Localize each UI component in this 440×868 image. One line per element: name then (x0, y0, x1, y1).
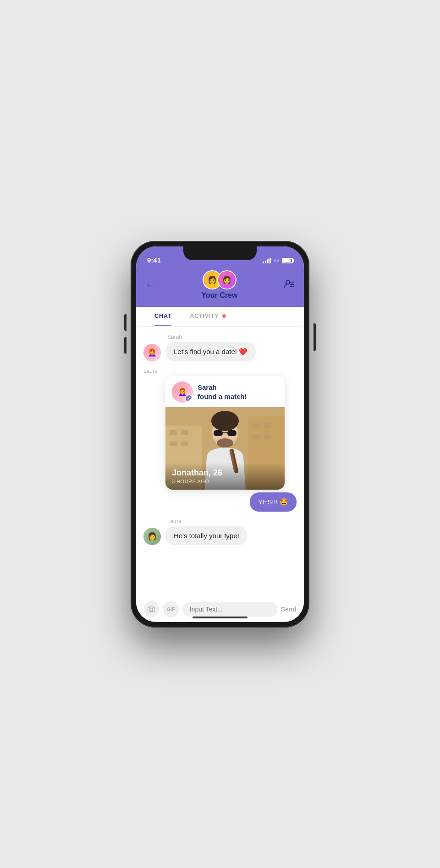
match-card[interactable]: 👩‍🦰 ✓ Sarahfound a match! (165, 376, 285, 490)
status-icons: ▿▿ (263, 257, 293, 264)
vol-down-button[interactable] (124, 337, 126, 354)
power-button[interactable] (314, 323, 316, 351)
match-card-avatar: 👩‍🦰 ✓ (172, 382, 193, 403)
svg-point-20 (217, 438, 233, 448)
match-card-header: 👩‍🦰 ✓ Sarahfound a match! (165, 376, 285, 407)
gif-button[interactable]: GIF (163, 601, 178, 617)
tab-activity[interactable]: ACTIVITY (190, 307, 226, 326)
camera-button[interactable] (143, 601, 159, 617)
chat-header: ← 👩 👩 Your Crew (136, 267, 304, 307)
avatar-sarah: 👩‍🦰 (143, 344, 161, 361)
svg-rect-17 (214, 430, 223, 436)
message-row-laura: 👩 He's totally your type! (143, 526, 297, 545)
home-indicator (192, 617, 248, 618)
svg-point-23 (150, 608, 153, 611)
sender-label-laura-1: Laura (143, 368, 297, 374)
back-button[interactable]: ← (145, 279, 155, 291)
svg-rect-13 (253, 435, 259, 439)
match-badge: ✓ (185, 394, 193, 403)
svg-rect-12 (264, 423, 271, 428)
svg-rect-8 (182, 430, 188, 435)
phone-screen: 9:41 ▿▿ ← (136, 246, 304, 622)
message-row-sent: YES!!! 🤩 (143, 492, 297, 512)
message-input[interactable] (182, 602, 277, 617)
svg-rect-9 (170, 442, 177, 446)
wifi-icon: ▿▿ (274, 257, 279, 264)
sender-label-sarah: Sarah (167, 334, 297, 340)
svg-rect-7 (170, 430, 177, 435)
battery-icon (282, 258, 293, 263)
crew-avatars: 👩 👩 (203, 270, 236, 289)
match-time: 3 HOURS AGO (172, 479, 278, 484)
status-time: 9:41 (147, 256, 161, 264)
bubble-sent: YES!!! 🤩 (250, 492, 297, 512)
bubble-sarah: Let's find you a date! ❤️ (165, 342, 256, 361)
avatar-face-2: 👩 (218, 271, 236, 289)
chat-area[interactable]: Sarah 👩‍🦰 Let's find you a date! ❤️ Laur… (136, 327, 304, 596)
match-card-text: Sarahfound a match! (198, 383, 247, 401)
header-center: 👩 👩 Your Crew (202, 270, 238, 300)
svg-point-16 (211, 411, 239, 431)
crew-title: Your Crew (202, 291, 238, 300)
tab-chat[interactable]: CHAT (154, 307, 171, 326)
svg-rect-10 (182, 442, 188, 446)
tab-bar: CHAT ACTIVITY (136, 307, 304, 327)
match-photo: Jonathan, 26 3 HOURS AGO (165, 407, 285, 490)
notch (183, 246, 257, 260)
match-name: Jonathan, 26 (172, 468, 278, 478)
svg-rect-18 (227, 430, 236, 436)
svg-point-0 (286, 280, 290, 284)
vol-up-button[interactable] (124, 314, 126, 331)
phone-frame: 9:41 ▿▿ ← (131, 241, 309, 628)
send-button[interactable]: Send (281, 606, 297, 613)
avatar-laura-2: 👩 (143, 528, 161, 545)
message-row-1: 👩‍🦰 Let's find you a date! ❤️ (143, 342, 297, 361)
bubble-laura: He's totally your type! (165, 526, 248, 545)
crew-avatar-2: 👩 (217, 270, 236, 289)
signal-icon (263, 258, 271, 263)
contacts-button[interactable] (284, 279, 295, 290)
svg-rect-14 (264, 435, 271, 439)
match-photo-overlay: Jonathan, 26 3 HOURS AGO (165, 463, 285, 490)
svg-rect-11 (253, 423, 259, 428)
sender-label-laura-2: Laura (167, 518, 297, 524)
activity-dot (222, 314, 226, 318)
